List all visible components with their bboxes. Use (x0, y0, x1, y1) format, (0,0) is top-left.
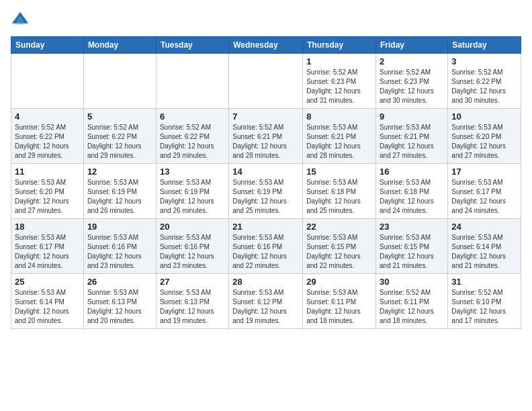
day-number: 1 (306, 56, 372, 66)
day-number: 27 (160, 277, 225, 287)
calendar-cell: 18Sunrise: 5:53 AM Sunset: 6:17 PM Dayli… (11, 219, 84, 274)
day-number: 20 (160, 222, 225, 232)
calendar-cell (11, 54, 84, 109)
day-number: 4 (15, 111, 80, 122)
day-number: 30 (380, 277, 444, 287)
day-info: Sunrise: 5:53 AM Sunset: 6:12 PM Dayligh… (232, 288, 299, 326)
day-number: 2 (380, 56, 444, 66)
calendar-cell: 15Sunrise: 5:53 AM Sunset: 6:18 PM Dayli… (303, 164, 376, 219)
page-header (11, 11, 521, 30)
day-info: Sunrise: 5:53 AM Sunset: 6:19 PM Dayligh… (87, 178, 152, 216)
calendar-cell: 9Sunrise: 5:53 AM Sunset: 6:21 PM Daylig… (376, 109, 448, 164)
day-number: 12 (87, 167, 152, 177)
day-number: 23 (380, 222, 444, 232)
calendar-cell: 14Sunrise: 5:53 AM Sunset: 6:19 PM Dayli… (229, 164, 303, 219)
calendar-cell: 19Sunrise: 5:53 AM Sunset: 6:16 PM Dayli… (83, 219, 156, 274)
calendar-cell (83, 54, 156, 109)
calendar-cell: 5Sunrise: 5:52 AM Sunset: 6:22 PM Daylig… (83, 109, 156, 164)
logo-icon (11, 11, 30, 30)
calendar-cell: 13Sunrise: 5:53 AM Sunset: 6:19 PM Dayli… (156, 164, 228, 219)
day-info: Sunrise: 5:52 AM Sunset: 6:11 PM Dayligh… (380, 288, 444, 326)
calendar-cell: 30Sunrise: 5:52 AM Sunset: 6:11 PM Dayli… (376, 274, 448, 329)
day-number: 24 (451, 222, 517, 232)
day-info: Sunrise: 5:53 AM Sunset: 6:17 PM Dayligh… (15, 233, 80, 271)
day-number: 6 (160, 111, 225, 122)
day-info: Sunrise: 5:53 AM Sunset: 6:20 PM Dayligh… (15, 178, 80, 216)
day-info: Sunrise: 5:53 AM Sunset: 6:17 PM Dayligh… (451, 178, 517, 216)
day-info: Sunrise: 5:53 AM Sunset: 6:11 PM Dayligh… (306, 288, 372, 326)
day-number: 3 (451, 56, 517, 66)
day-info: Sunrise: 5:53 AM Sunset: 6:21 PM Dayligh… (306, 123, 372, 161)
calendar-cell: 8Sunrise: 5:53 AM Sunset: 6:21 PM Daylig… (303, 109, 376, 164)
calendar-cell: 28Sunrise: 5:53 AM Sunset: 6:12 PM Dayli… (229, 274, 303, 329)
calendar-cell: 27Sunrise: 5:53 AM Sunset: 6:13 PM Dayli… (156, 274, 228, 329)
day-number: 21 (232, 222, 299, 232)
day-info: Sunrise: 5:53 AM Sunset: 6:19 PM Dayligh… (160, 178, 225, 216)
calendar-cell: 29Sunrise: 5:53 AM Sunset: 6:11 PM Dayli… (303, 274, 376, 329)
calendar-cell: 22Sunrise: 5:53 AM Sunset: 6:15 PM Dayli… (303, 219, 376, 274)
weekday-header-tuesday: Tuesday (156, 37, 228, 54)
weekday-header-friday: Friday (376, 37, 448, 54)
day-number: 31 (451, 277, 517, 287)
day-info: Sunrise: 5:52 AM Sunset: 6:22 PM Dayligh… (160, 123, 225, 161)
day-number: 28 (232, 277, 299, 287)
day-number: 25 (15, 277, 80, 287)
calendar-cell (156, 54, 228, 109)
day-number: 26 (87, 277, 152, 287)
day-info: Sunrise: 5:52 AM Sunset: 6:22 PM Dayligh… (15, 123, 80, 161)
calendar-cell: 10Sunrise: 5:53 AM Sunset: 6:20 PM Dayli… (448, 109, 521, 164)
day-info: Sunrise: 5:52 AM Sunset: 6:10 PM Dayligh… (451, 288, 517, 326)
weekday-header-thursday: Thursday (303, 37, 376, 54)
calendar-cell: 20Sunrise: 5:53 AM Sunset: 6:16 PM Dayli… (156, 219, 228, 274)
day-info: Sunrise: 5:53 AM Sunset: 6:20 PM Dayligh… (451, 123, 517, 161)
calendar-cell: 31Sunrise: 5:52 AM Sunset: 6:10 PM Dayli… (448, 274, 521, 329)
day-info: Sunrise: 5:53 AM Sunset: 6:18 PM Dayligh… (306, 178, 372, 216)
calendar-cell (229, 54, 303, 109)
calendar-cell: 23Sunrise: 5:53 AM Sunset: 6:15 PM Dayli… (376, 219, 448, 274)
day-number: 17 (451, 167, 517, 177)
day-number: 19 (87, 222, 152, 232)
day-number: 5 (87, 111, 152, 122)
day-info: Sunrise: 5:53 AM Sunset: 6:13 PM Dayligh… (160, 288, 225, 326)
day-info: Sunrise: 5:53 AM Sunset: 6:15 PM Dayligh… (380, 233, 444, 271)
weekday-header-wednesday: Wednesday (229, 37, 303, 54)
day-number: 22 (306, 222, 372, 232)
calendar-cell: 3Sunrise: 5:52 AM Sunset: 6:22 PM Daylig… (448, 54, 521, 109)
day-info: Sunrise: 5:53 AM Sunset: 6:16 PM Dayligh… (160, 233, 225, 271)
day-number: 10 (451, 111, 517, 122)
day-number: 13 (160, 167, 225, 177)
day-number: 18 (15, 222, 80, 232)
day-info: Sunrise: 5:52 AM Sunset: 6:23 PM Dayligh… (306, 68, 372, 105)
calendar-cell: 21Sunrise: 5:53 AM Sunset: 6:16 PM Dayli… (229, 219, 303, 274)
calendar-cell: 7Sunrise: 5:52 AM Sunset: 6:21 PM Daylig… (229, 109, 303, 164)
day-info: Sunrise: 5:53 AM Sunset: 6:13 PM Dayligh… (87, 288, 152, 326)
day-info: Sunrise: 5:53 AM Sunset: 6:18 PM Dayligh… (380, 178, 444, 216)
logo (11, 11, 32, 30)
day-info: Sunrise: 5:52 AM Sunset: 6:22 PM Dayligh… (451, 68, 517, 105)
weekday-header-sunday: Sunday (11, 37, 84, 54)
day-info: Sunrise: 5:53 AM Sunset: 6:16 PM Dayligh… (232, 233, 299, 271)
weekday-header-monday: Monday (83, 37, 156, 54)
day-info: Sunrise: 5:53 AM Sunset: 6:21 PM Dayligh… (380, 123, 444, 161)
calendar-cell: 1Sunrise: 5:52 AM Sunset: 6:23 PM Daylig… (303, 54, 376, 109)
day-number: 8 (306, 111, 372, 122)
day-info: Sunrise: 5:53 AM Sunset: 6:16 PM Dayligh… (87, 233, 152, 271)
calendar-cell: 6Sunrise: 5:52 AM Sunset: 6:22 PM Daylig… (156, 109, 228, 164)
day-info: Sunrise: 5:53 AM Sunset: 6:15 PM Dayligh… (306, 233, 372, 271)
calendar-cell: 25Sunrise: 5:53 AM Sunset: 6:14 PM Dayli… (11, 274, 84, 329)
calendar-cell: 11Sunrise: 5:53 AM Sunset: 6:20 PM Dayli… (11, 164, 84, 219)
day-number: 11 (15, 167, 80, 177)
calendar-cell: 16Sunrise: 5:53 AM Sunset: 6:18 PM Dayli… (376, 164, 448, 219)
day-number: 15 (306, 167, 372, 177)
day-info: Sunrise: 5:53 AM Sunset: 6:14 PM Dayligh… (451, 233, 517, 271)
weekday-header-saturday: Saturday (448, 37, 521, 54)
day-info: Sunrise: 5:52 AM Sunset: 6:23 PM Dayligh… (380, 68, 444, 105)
calendar-table: SundayMondayTuesdayWednesdayThursdayFrid… (11, 36, 521, 329)
calendar-cell: 24Sunrise: 5:53 AM Sunset: 6:14 PM Dayli… (448, 219, 521, 274)
day-number: 16 (380, 167, 444, 177)
day-number: 29 (306, 277, 372, 287)
day-info: Sunrise: 5:53 AM Sunset: 6:14 PM Dayligh… (15, 288, 80, 326)
calendar-cell: 17Sunrise: 5:53 AM Sunset: 6:17 PM Dayli… (448, 164, 521, 219)
day-number: 7 (232, 111, 299, 122)
calendar-cell: 4Sunrise: 5:52 AM Sunset: 6:22 PM Daylig… (11, 109, 84, 164)
